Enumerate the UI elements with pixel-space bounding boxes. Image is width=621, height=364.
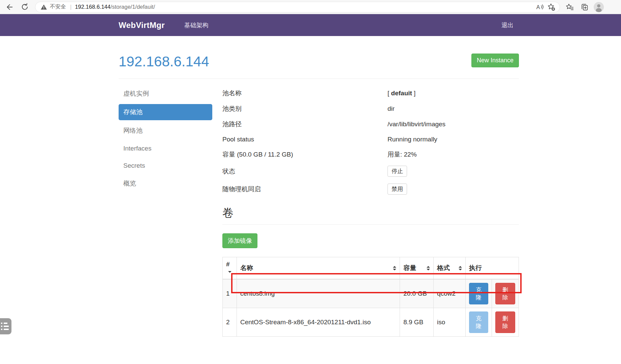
volume-format: iso [434, 308, 466, 337]
url-host: 192.168.6.144 [75, 4, 111, 10]
read-aloud-icon: A [535, 3, 544, 11]
sort-desc-icon [228, 271, 231, 273]
pool-row-capacity: 容量 (50.0 GB / 11.2 GB) 用量: 22% [222, 147, 519, 162]
collections-button[interactable] [579, 1, 590, 13]
side-panel-toggle[interactable] [0, 318, 11, 334]
column-header-index[interactable]: # [223, 257, 237, 279]
app-navbar: WebVirtMgr 基础架构 退出 [0, 14, 621, 36]
table-header-row: # 名称 容量 格式 执行 [223, 257, 519, 279]
avatar-icon [594, 2, 604, 12]
pool-row-autostart: 随物理机同启 禁用 [222, 180, 519, 198]
sidebar-item-interfaces[interactable]: Interfaces [119, 141, 212, 156]
brand-link[interactable]: WebVirtMgr [119, 21, 165, 30]
security-label: 不安全 [50, 3, 66, 10]
back-arrow-icon [5, 3, 13, 11]
table-row-centos-stream-iso: 2 CentOS-Stream-8-x86_64-20201211-dvd1.i… [223, 308, 519, 337]
row-index: 2 [223, 308, 237, 337]
pool-type-label: 池类别 [222, 104, 387, 113]
table-row-centos8-img: 1 centos8.img 20.0 GB qcow2 克隆 删除 [223, 279, 519, 308]
volume-name: CentOS-Stream-8-x86_64-20201211-dvd1.iso [237, 308, 400, 337]
refresh-icon [21, 3, 29, 11]
pool-path-label: 池路径 [222, 120, 387, 129]
sort-icon [393, 266, 396, 270]
pool-status-label: Pool status [222, 136, 387, 143]
browser-toolbar: 不安全 | 192.168.6.144/storage/1/defauit/ A [0, 0, 621, 14]
svg-text:A: A [536, 4, 540, 10]
volume-size: 20.0 GB [400, 279, 434, 308]
volumes-heading: 卷 [222, 206, 519, 220]
volume-format: qcow2 [434, 279, 466, 308]
pool-autostart-label: 随物理机同启 [222, 185, 387, 194]
address-separator: | [70, 4, 71, 10]
logout-link[interactable]: 退出 [501, 21, 514, 29]
sidebar-item-overview[interactable]: 概览 [119, 175, 212, 192]
collections-icon [580, 3, 589, 11]
header-divider [119, 78, 519, 79]
address-bar[interactable]: 不安全 | 192.168.6.144/storage/1/defauit/ A [35, 2, 560, 12]
add-image-button[interactable]: 添加镜像 [222, 233, 257, 248]
volumes-divider [222, 224, 519, 225]
row-index: 1 [223, 279, 237, 308]
pool-path-value: /var/lib/libvirt/images [387, 121, 519, 128]
pool-details-panel: 池名称 [ defauit ] 池类别 dir 池路径 /var/lib/lib… [222, 86, 519, 337]
delete-button[interactable]: 删除 [495, 311, 515, 333]
favorites-button[interactable] [564, 1, 576, 13]
pool-row-type: 池类别 dir [222, 101, 519, 117]
autostart-disable-button[interactable]: 禁用 [387, 184, 407, 195]
pool-row-state: 状态 停止 [222, 162, 519, 180]
pool-row-status: Pool status Running normally [222, 132, 519, 147]
refresh-button[interactable] [19, 1, 30, 13]
delete-button[interactable]: 删除 [495, 283, 515, 304]
pool-row-path: 池路径 /var/lib/libvirt/images [222, 117, 519, 132]
pool-status-value: Running normally [387, 136, 519, 143]
pool-row-name: 池名称 [ defauit ] [222, 86, 519, 101]
sidebar: 虚机实例 存储池 网络池 Interfaces Secrets 概览 [119, 86, 212, 337]
not-secure-warning-icon [40, 3, 48, 11]
pool-state-label: 状态 [222, 167, 387, 176]
url-path: /storage/1/defauit/ [111, 4, 155, 10]
back-button[interactable] [3, 1, 15, 13]
star-plus-icon [547, 3, 556, 11]
sort-icon [459, 266, 462, 270]
pool-type-value: dir [387, 105, 519, 112]
stop-pool-button[interactable]: 停止 [387, 166, 407, 177]
clone-button[interactable]: 克隆 [469, 283, 488, 304]
pool-capacity-label: 容量 (50.0 GB / 11.2 GB) [222, 150, 387, 159]
sort-icon [427, 266, 430, 270]
read-aloud-button[interactable]: A [534, 1, 546, 13]
sidebar-item-secrets[interactable]: Secrets [119, 158, 212, 173]
clone-button[interactable]: 克隆 [469, 311, 488, 333]
profile-button[interactable] [594, 2, 604, 12]
pool-name-label: 池名称 [222, 89, 387, 98]
column-header-name[interactable]: 名称 [237, 257, 400, 279]
page-title: 192.168.6.144 [119, 54, 209, 70]
sidebar-item-network-pools[interactable]: 网络池 [119, 123, 212, 139]
pool-name-value: [ defauit ] [387, 90, 519, 97]
nav-item-infrastructure[interactable]: 基础架构 [184, 21, 209, 29]
favorites-star-list-icon [565, 3, 574, 11]
column-header-size[interactable]: 容量 [400, 257, 434, 279]
volumes-table: # 名称 容量 格式 执行 1 centos8.img 20.0 GB qcow [222, 257, 519, 337]
add-favorite-button[interactable] [546, 1, 557, 13]
sidebar-item-instances[interactable]: 虚机实例 [119, 86, 212, 102]
volume-size: 8.9 GB [400, 308, 434, 337]
pool-usage-value: 用量: 22% [387, 150, 519, 159]
new-instance-button[interactable]: New Instance [471, 54, 519, 67]
sidebar-item-storage-pools[interactable]: 存储池 [119, 104, 212, 120]
column-header-format[interactable]: 格式 [434, 257, 466, 279]
site-info-button[interactable]: 不安全 [40, 3, 66, 11]
column-header-actions: 执行 [466, 257, 519, 279]
volume-name: centos8.img [237, 279, 400, 308]
volumes-table-wrap: # 名称 容量 格式 执行 1 centos8.img 20.0 GB qcow [222, 257, 519, 337]
list-icon [1, 323, 9, 330]
